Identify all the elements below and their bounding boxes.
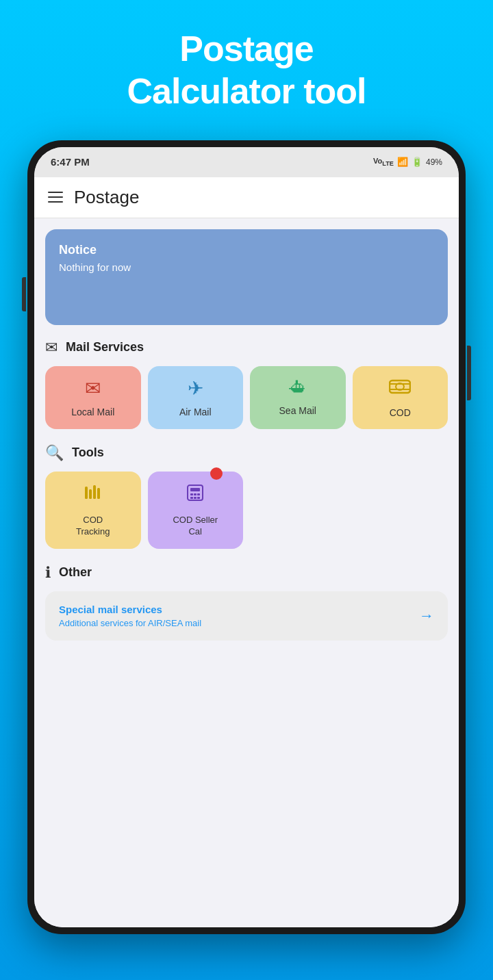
- signal-icon: 📶: [397, 157, 408, 167]
- mail-icon: ✉: [45, 339, 58, 357]
- tools-header: 🔍 Tools: [45, 444, 448, 462]
- service-air-mail[interactable]: ✈ Air Mail: [148, 366, 244, 429]
- svg-rect-14: [194, 497, 197, 499]
- service-cod[interactable]: COD: [353, 366, 448, 429]
- mail-services-label: Mail Services: [66, 340, 144, 354]
- page-title: Postage Calculator tool: [127, 27, 366, 113]
- special-mail-texts: Special mail services Additional service…: [59, 604, 201, 628]
- svg-rect-9: [190, 488, 200, 491]
- status-time: 6:47 PM: [51, 156, 90, 168]
- special-mail-title: Special mail services: [59, 604, 201, 615]
- svg-rect-11: [194, 493, 197, 495]
- special-mail-card[interactable]: Special mail services Additional service…: [45, 591, 448, 641]
- tool-cod-seller-cal[interactable]: COD SellerCal: [148, 472, 244, 549]
- cod-seller-icon: [185, 482, 205, 508]
- local-mail-label: Local Mail: [71, 407, 114, 417]
- side-button-right: [467, 346, 471, 400]
- other-section: ℹ Other Special mail services Additional…: [45, 564, 448, 641]
- hamburger-menu[interactable]: [48, 188, 63, 206]
- cod-label: COD: [390, 407, 411, 418]
- tools-icon: 🔍: [45, 444, 64, 462]
- app-header: Postage: [34, 177, 459, 218]
- cod-seller-label: COD SellerCal: [173, 515, 218, 538]
- notice-title: Notice: [59, 243, 434, 257]
- service-local-mail[interactable]: ✉ Local Mail: [45, 366, 141, 429]
- svg-rect-0: [390, 381, 410, 393]
- network-icon: VoLTE: [373, 157, 394, 167]
- local-mail-icon: ✉: [85, 377, 101, 400]
- svg-rect-12: [197, 493, 200, 495]
- battery-percent: 49%: [426, 157, 442, 167]
- mail-services-header: ✉ Mail Services: [45, 339, 448, 357]
- other-label: Other: [59, 565, 92, 580]
- svg-rect-4: [85, 487, 88, 499]
- svg-rect-7: [97, 488, 100, 499]
- tool-cod-tracking[interactable]: CODTracking: [45, 472, 141, 549]
- tools-grid: CODTracking: [45, 472, 448, 549]
- service-sea-mail[interactable]: ⛴ Sea Mail: [250, 366, 346, 429]
- notice-body: Nothing for now: [59, 261, 434, 273]
- svg-rect-13: [190, 497, 193, 499]
- info-icon: ℹ: [45, 564, 51, 582]
- app-title: Postage: [74, 187, 139, 208]
- services-grid: ✉ Local Mail ✈ Air Mail ⛴ Sea Mail: [45, 366, 448, 429]
- tools-section: 🔍 Tools CODTracking: [45, 444, 448, 549]
- scroll-content: Notice Nothing for now ✉ Mail Services ✉…: [34, 218, 459, 927]
- svg-rect-5: [89, 489, 92, 499]
- arrow-right-icon: →: [419, 607, 434, 625]
- special-mail-subtitle: Additional services for AIR/SEA mail: [59, 618, 201, 628]
- sea-mail-icon: ⛴: [289, 377, 307, 398]
- other-header: ℹ Other: [45, 564, 448, 582]
- side-button-left: [22, 277, 26, 311]
- air-mail-icon: ✈: [188, 377, 203, 400]
- cod-icon: [389, 377, 411, 400]
- new-badge: [210, 467, 223, 480]
- battery-icon: 🔋: [412, 157, 422, 167]
- svg-rect-15: [197, 497, 200, 499]
- svg-rect-6: [93, 485, 96, 499]
- cod-tracking-icon: [83, 482, 103, 508]
- status-icons: VoLTE 📶 🔋 49%: [373, 157, 442, 167]
- sea-mail-label: Sea Mail: [279, 405, 316, 416]
- phone-mockup: 6:47 PM VoLTE 📶 🔋 49% Postage Notice Not…: [27, 140, 466, 934]
- svg-rect-10: [190, 493, 193, 495]
- cod-tracking-label: CODTracking: [76, 515, 110, 538]
- notice-card: Notice Nothing for now: [45, 229, 448, 325]
- air-mail-label: Air Mail: [179, 407, 212, 417]
- status-bar: 6:47 PM VoLTE 📶 🔋 49%: [34, 147, 459, 177]
- tools-label: Tools: [72, 446, 104, 460]
